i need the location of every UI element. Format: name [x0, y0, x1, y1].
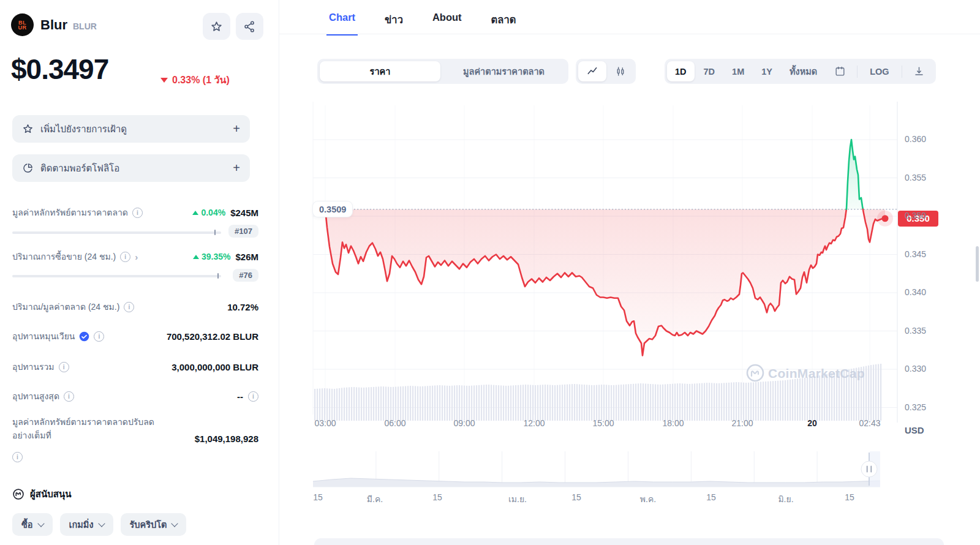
- portfolio-label: ติดตามพอร์ตโฟลิโอ: [40, 161, 119, 176]
- stat-row: ปริมาณ/มูลค่าตลาด (24 ชม.)i10.72%: [12, 300, 258, 314]
- metric-option-price[interactable]: ราคา: [320, 61, 440, 81]
- minimap-tick: 15: [845, 492, 854, 502]
- tab-ข่าว[interactable]: ข่าว: [382, 8, 405, 36]
- stat-value: 10.72%: [227, 302, 258, 312]
- verified-check-icon: [79, 331, 89, 342]
- info-icon[interactable]: i: [132, 208, 143, 218]
- content-tabs: Chartข่าวAboutตลาด: [326, 8, 518, 36]
- up-arrow-icon: [192, 211, 198, 215]
- info-icon[interactable]: i: [120, 252, 130, 262]
- x-axis-tick: 09:00: [453, 418, 475, 428]
- candlestick-chart-type-button[interactable]: [608, 61, 633, 81]
- coin-logo: BL UR: [11, 13, 34, 36]
- stat-label: ปริมาณการซื้อขาย (24 ชม.)i›: [12, 250, 138, 263]
- minimap-tick: มิ.ย.: [778, 492, 793, 506]
- dominance-bar: [12, 275, 221, 277]
- chevron-down-icon: [37, 520, 44, 527]
- download-chart-button[interactable]: [906, 61, 933, 81]
- stat-value: 0.04%$245M: [192, 208, 258, 218]
- stat-value: 39.35%$26M: [193, 252, 258, 262]
- minimap-tick: พ.ค.: [640, 492, 656, 506]
- dominance-bar-marker: [214, 230, 216, 235]
- chevron-right-icon[interactable]: ›: [135, 252, 138, 262]
- stat-value: 3,000,000,000 BLUR: [172, 362, 258, 372]
- sidebar-divider: [279, 0, 279, 545]
- stat-row: อุปทานสูงสุดi--i: [12, 389, 258, 403]
- minimap-range-handle[interactable]: [861, 461, 877, 477]
- info-icon[interactable]: i: [124, 302, 134, 312]
- metric-toggle: ราคา มูลค่าตามราคาตลาด: [317, 59, 568, 84]
- add-to-watchlist-button[interactable]: เพิ่มไปยังรายการเฝ้าดู +: [12, 115, 250, 143]
- tab-chart[interactable]: Chart: [326, 8, 358, 36]
- x-axis-tick: 21:00: [731, 418, 753, 428]
- minimap-tick: เม.ย.: [508, 492, 527, 506]
- current-price: $0.3497: [11, 53, 108, 86]
- range-1Y[interactable]: 1Y: [753, 61, 780, 81]
- stat-change: 0.04%: [192, 208, 225, 217]
- x-axis-tick: 03:00: [314, 418, 336, 428]
- minimap-tick: 15: [571, 492, 581, 502]
- candlestick-icon: [614, 66, 627, 78]
- range-options: 1D7D1M1Yทั้งหมด: [667, 61, 825, 81]
- log-scale-button[interactable]: LOG: [861, 61, 897, 81]
- chevron-down-icon: [98, 520, 105, 527]
- minimap-tick: มี.ค.: [367, 492, 383, 506]
- stat-value: $1,049,198,928: [195, 434, 258, 444]
- x-axis-tick: 18:00: [662, 418, 684, 428]
- dropdown-รับคริปโต[interactable]: รับคริปโต: [121, 513, 187, 536]
- sponsor-label: ผู้สนับสนุน: [30, 487, 71, 502]
- y-axis-tick: 0.335: [905, 326, 926, 336]
- info-icon[interactable]: i: [248, 391, 258, 402]
- minimap-tick: 15: [313, 492, 323, 502]
- dropdown-เกมมิ่ง[interactable]: เกมมิ่ง: [60, 513, 113, 536]
- minimap-tick: 15: [706, 492, 716, 502]
- stat-label: อุปทานหมุนเวียนi: [12, 329, 104, 343]
- plus-icon: +: [233, 161, 240, 175]
- x-axis-tick: 12:00: [523, 418, 545, 428]
- range-ทั้งหมด[interactable]: ทั้งหมด: [782, 61, 825, 81]
- info-icon[interactable]: i: [64, 391, 74, 402]
- tab-about[interactable]: About: [430, 8, 464, 36]
- tab-ตลาด[interactable]: ตลาด: [489, 8, 519, 36]
- line-chart-icon: [586, 66, 598, 78]
- coin-logo-text: UR: [18, 25, 27, 30]
- share-button[interactable]: [236, 13, 263, 40]
- stat-row: อุปทานหมุนเวียนi700,520,312.02 BLUR: [12, 329, 258, 343]
- coin-detail-page: CoinMarketCap BL UR Blur BLUR $0.3497 0.…: [0, 0, 980, 545]
- stat-label: อุปทานสูงสุดi: [12, 389, 74, 403]
- sponsor-row: ผู้สนับสนุน: [12, 487, 71, 502]
- range-1D[interactable]: 1D: [667, 61, 695, 81]
- coin-header: BL UR Blur BLUR: [11, 13, 97, 36]
- info-icon[interactable]: i: [12, 452, 23, 462]
- y-axis-tick: 0.325: [905, 402, 926, 412]
- line-chart-type-button[interactable]: [578, 61, 606, 81]
- favorite-button[interactable]: [203, 13, 230, 40]
- coin-symbol: BLUR: [73, 19, 97, 31]
- toolbar-divider: [857, 66, 858, 78]
- download-icon: [913, 66, 925, 77]
- scrollbar-thumb[interactable]: [976, 246, 979, 282]
- rank-badge: #107: [228, 225, 258, 238]
- track-portfolio-button[interactable]: ติดตามพอร์ตโฟลิโอ +: [12, 154, 250, 182]
- custom-date-button[interactable]: [826, 61, 853, 81]
- axis-unit-label: USD: [905, 425, 924, 435]
- range-7D[interactable]: 7D: [696, 61, 723, 81]
- plus-icon: +: [233, 122, 240, 136]
- metric-option-marketcap[interactable]: มูลค่าตามราคาตลาด: [442, 61, 566, 81]
- chevron-down-icon: [172, 520, 178, 527]
- info-icon-wrap[interactable]: i: [12, 451, 23, 462]
- tabs-divider: [279, 34, 980, 34]
- y-axis-tick: 0.340: [905, 287, 926, 297]
- dropdown-ซื้อ[interactable]: ซื้อ: [12, 513, 53, 536]
- watchlist-label: เพิ่มไปยังรายการเฝ้าดู: [40, 122, 127, 137]
- y-axis-tick: 0.355: [905, 173, 926, 182]
- chart-plot-area[interactable]: [313, 103, 897, 415]
- coin-stats: มูลค่าหลักทรัพย์ตามราคาตลาดi0.04%$245M#1…: [12, 206, 258, 494]
- stat-change: 39.35%: [193, 252, 230, 261]
- toolbar-divider: [902, 66, 902, 78]
- calendar-icon: [834, 66, 846, 77]
- info-icon[interactable]: i: [94, 331, 104, 342]
- info-icon[interactable]: i: [59, 362, 69, 372]
- y-axis-tick: 0.360: [905, 134, 926, 144]
- range-1M[interactable]: 1M: [724, 61, 752, 81]
